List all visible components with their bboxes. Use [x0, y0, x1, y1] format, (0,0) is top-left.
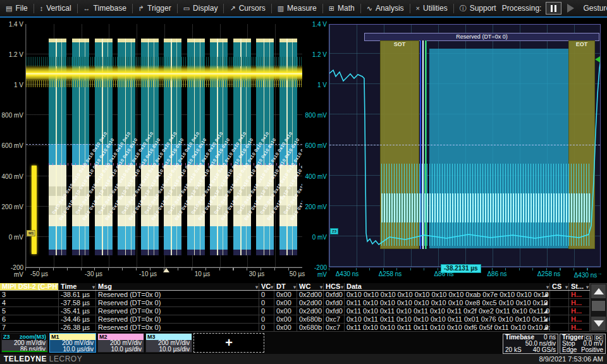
table-scrollbar[interactable] [590, 283, 607, 332]
sort-icon[interactable]: ▾ [293, 284, 296, 290]
menu-item-math[interactable]: ⊞Math [323, 0, 360, 16]
menu-item-cursors[interactable]: ↗Cursors [224, 0, 271, 16]
right-zoom-panel[interactable]: Reserved (DT=0x 0) SOT EOT Z3 [329, 24, 601, 267]
table-row[interactable]: 3-38.61 µsReserved (DT=0x 0)00x000x2d000… [0, 291, 590, 299]
expand-triangle-icon[interactable] [543, 325, 548, 330]
right-x-axis-label: Δ430 ns→ [574, 270, 603, 279]
z3-trace [329, 25, 601, 267]
menu-item-vertical[interactable]: ↕Vertical [34, 0, 77, 16]
cell-hcs: 0xfd0 [324, 291, 345, 298]
decode-table-title[interactable]: MIPI DSI-2 (C-PHY) [0, 283, 59, 290]
trigger-icon: ↱ [138, 4, 144, 13]
play-button[interactable] [567, 4, 574, 13]
menu-bar: ▤File↕Vertical↔Timebase↱Trigger▭Display↗… [0, 0, 607, 16]
menu-item-timebase[interactable]: ↔Timebase [78, 0, 132, 16]
arrow-up-icon [594, 288, 604, 294]
pause-button[interactable] [546, 2, 561, 15]
column-header-cs[interactable]: CS▾ [550, 283, 569, 290]
right-y-axis-label: 400 mV [304, 173, 327, 180]
descriptor-m3[interactable]: M3200 mV/div10.0 µs/div [145, 333, 192, 353]
right-y-axis-label: 1.2 V [304, 51, 327, 58]
table-row[interactable]: 6-34.46 µsReserved (DT=0x 0)00x000x680b0… [0, 315, 590, 324]
table-row[interactable]: 4-37.58 µsReserved (DT=0x 0)00x000x2d000… [0, 299, 590, 307]
right-x-axis-label: Δ86 ns [487, 270, 506, 277]
cell-dt: 0x00 [274, 291, 297, 298]
cell-data: 0x11 0x10 0x11 0x10 0x11 0x10 0x11 0x2f … [345, 307, 550, 315]
scroll-up-button[interactable] [591, 284, 606, 298]
descriptor-m2[interactable]: M2200 mV/div10.0 µs/div [97, 333, 144, 353]
column-header-hcs[interactable]: HCS▾ [324, 283, 345, 290]
column-header-time[interactable]: Time▾ [59, 283, 96, 290]
brand-logo: TELEDYNE LECROY [4, 355, 82, 363]
add-trace-button[interactable]: + [193, 333, 264, 353]
expand-triangle-icon[interactable] [543, 301, 548, 305]
menu-item-support[interactable]: ⓘSupport [454, 0, 502, 16]
row-number: 4 [0, 299, 59, 306]
sort-icon[interactable]: ▾ [341, 284, 343, 290]
column-header-data[interactable]: Data▾ [345, 283, 550, 290]
column-header-vc[interactable]: VC▾ [259, 283, 274, 290]
cell-vc: 0 [259, 299, 274, 306]
m1-channel-badge[interactable]: M1 [27, 230, 35, 236]
support-icon: ⓘ [460, 4, 467, 13]
math-icon: ⊞ [329, 4, 334, 13]
table-row[interactable]: 5-35.41 µsReserved (DT=0x 0)00x000x2d000… [0, 307, 590, 315]
menu-item-utilities[interactable]: ×Utilities [410, 0, 453, 16]
menu-item-label: Support [470, 4, 496, 13]
row-number: 3 [0, 291, 59, 298]
menu-item-trigger[interactable]: ↱Trigger [133, 0, 177, 16]
descriptor-id: M1 [51, 334, 59, 340]
left-y-axis-label: 400 mV [0, 173, 23, 180]
cell-msg: Reserved (DT=0x 0) [96, 315, 259, 323]
file-icon: ▤ [6, 4, 12, 13]
expand-triangle-icon[interactable] [543, 317, 548, 322]
processing-label: Processing: [502, 4, 542, 13]
z3-channel-badge[interactable]: Z3 [330, 228, 338, 234]
table-row[interactable]: 7-26.38 µsReserved (DT=0x 0)00x000x680b0… [0, 324, 590, 332]
waveform-area: 0x10 0x10 0x10 0x10 0x10 0x10 0x10 0x100… [0, 18, 607, 283]
cell-dt: 0x00 [274, 307, 297, 315]
menu-item-analysis[interactable]: ∿Analysis [361, 0, 410, 16]
scrollbar-thumb[interactable] [592, 301, 605, 311]
sort-icon[interactable]: ▾ [546, 284, 549, 290]
expand-triangle-icon[interactable] [543, 293, 548, 297]
left-y-axis-label: 1.2 V [0, 51, 23, 58]
timebase-box[interactable]: Timebase 0 ns 50.0 ns/div 20 kS 40 GS/s [503, 334, 558, 354]
cell-dt: 0x00 [274, 299, 297, 306]
column-header-wc[interactable]: WC▾ [297, 283, 324, 290]
menu-item-measure[interactable]: ▥Measure [272, 0, 322, 16]
descriptor-z3[interactable]: Z3zoom(M3)200 mV/div86 ns/div [1, 333, 48, 353]
menu-item-file[interactable]: ▤File [0, 0, 34, 16]
sort-icon[interactable]: ▾ [565, 284, 568, 290]
column-header-msg[interactable]: Msg▾ [96, 283, 259, 290]
sort-icon[interactable]: ▾ [586, 284, 589, 290]
right-y-axis-label: 1.4 V [304, 21, 327, 28]
menu-item-display[interactable]: ▭Display [178, 0, 224, 16]
column-header-dt[interactable]: DT▾ [274, 283, 297, 290]
status-bar: TELEDYNE LECROY 8/9/2021 7:53:06 AM [0, 354, 607, 364]
measure-icon: ▥ [278, 4, 284, 13]
sort-icon[interactable]: ▾ [271, 284, 273, 290]
horizontal-cursor-line[interactable] [329, 145, 600, 145]
cell-status: H... [569, 324, 590, 331]
cell-dt: 0x00 [274, 315, 297, 323]
scroll-down-button[interactable] [591, 317, 606, 331]
sort-icon[interactable]: ▾ [320, 284, 322, 290]
column-header-st[interactable]: St...▾ [569, 283, 590, 290]
cell-time: -38.61 µs [59, 291, 96, 298]
trigger-box[interactable]: Trigger C1 DC Stop 0.0 mV Edge Positive [560, 334, 606, 354]
right-y-axis-label: 600 mV [304, 142, 327, 149]
descriptor-m1[interactable]: M1200 mV/div10.0 µs/div [49, 333, 96, 353]
oscilloscope-app: ▤File↕Vertical↔Timebase↱Trigger▭Display↗… [0, 0, 607, 364]
left-waveform-panel[interactable]: 0x10 0x10 0x10 0x10 0x10 0x10 0x10 0x100… [25, 24, 302, 267]
menu-item-label: Utilities [423, 4, 448, 13]
sort-icon[interactable]: ▾ [255, 284, 258, 290]
sort-icon[interactable]: ▾ [92, 284, 95, 290]
cell-hcs: 0xfd0 [324, 299, 345, 306]
cursors-icon: ↗ [230, 4, 235, 13]
menu-item-label: Analysis [376, 4, 404, 13]
expand-triangle-icon[interactable] [543, 309, 548, 313]
menu-item-label: Trigger [147, 4, 171, 13]
cell-cs [550, 315, 569, 323]
cell-data: 0x11 0x10 0x10 0x10 0x10 0x10 0x10 0xe8 … [345, 299, 550, 306]
